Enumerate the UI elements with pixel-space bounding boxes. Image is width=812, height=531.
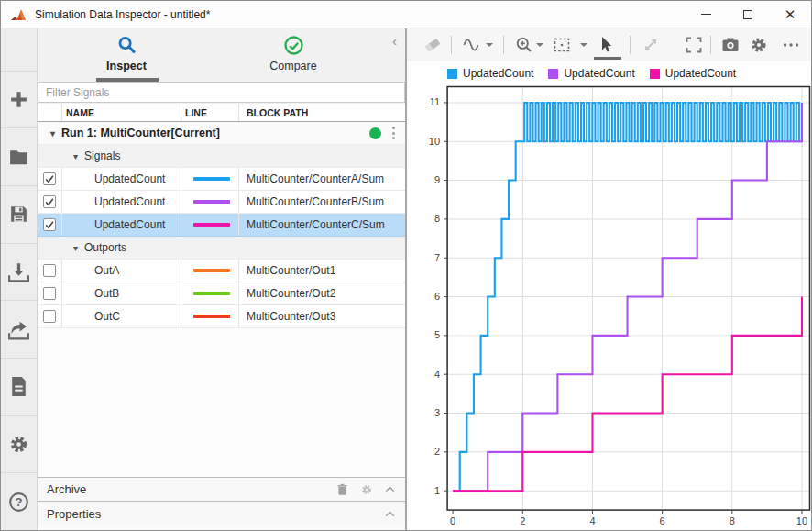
eraser-icon [422,35,443,55]
header-checkbox-column [38,104,61,121]
run-label: Run 1: MultiCounter[Current] [61,127,220,139]
trash-icon[interactable] [335,482,349,496]
toolbar-separator [710,36,711,54]
block-path: MultiCounter/Out3 [247,310,335,323]
svg-text:6: 6 [660,515,665,526]
cursor-arrow-icon [596,35,616,55]
more-options-button[interactable] [781,35,801,55]
filter-row [38,82,405,104]
signal-name: OutC [94,310,120,323]
svg-text:8: 8 [434,213,440,224]
signal-row[interactable]: OutAMultiCounter/Out1 [38,260,405,282]
zoom-in-icon [514,35,534,55]
expand-button[interactable] [641,35,661,55]
signal-style-button[interactable] [462,35,482,55]
legend-swatch-icon [447,69,457,79]
run-row[interactable]: ▾Run 1: MultiCounter[Current] [38,122,405,145]
toolbar-separator [503,36,504,54]
add-button[interactable] [1,71,37,128]
filter-signals-input[interactable] [38,82,405,103]
disclosure-triangle-icon[interactable]: ▾ [73,243,78,253]
signal-checkbox[interactable] [43,172,56,185]
chart-canvas[interactable]: 02468101234567891011 [407,85,811,530]
svg-text:0: 0 [450,515,455,526]
signal-checkbox[interactable] [43,264,56,277]
svg-text:3: 3 [434,407,440,418]
diagonal-arrows-icon [641,35,661,55]
chevron-down-icon[interactable] [486,43,493,47]
chevron-down-icon[interactable] [536,43,543,47]
legend-item[interactable]: UpdatedCount [447,67,533,80]
svg-text:2: 2 [520,515,525,526]
preferences-button[interactable] [1,415,37,473]
chevron-down-icon[interactable] [580,43,587,47]
ellipsis-icon [781,35,801,55]
properties-bar[interactable]: Properties [38,501,405,525]
signal-checkbox[interactable] [43,195,56,208]
chevron-up-icon[interactable] [384,483,396,495]
signal-name: UpdatedCount [94,218,165,231]
tab-inspect[interactable]: Inspect [43,28,210,82]
close-icon: ✕ [785,7,796,21]
cursor-select-button[interactable] [596,35,616,55]
panel-footer [38,525,405,530]
signal-checkbox[interactable] [43,218,56,231]
tab-compare-label: Compare [269,60,316,72]
disclosure-triangle-icon[interactable]: ▾ [73,151,78,161]
tab-compare[interactable]: Compare [210,28,377,82]
table-header: NAME LINE BLOCK PATH [38,104,405,122]
zoom-button[interactable] [514,35,534,55]
snapshot-button[interactable] [720,35,741,55]
svg-text:4: 4 [434,369,440,380]
signal-row[interactable]: OutBMultiCounter/Out2 [38,282,405,305]
chevron-up-icon[interactable] [384,508,396,520]
legend-label: UpdatedCount [665,67,736,80]
svg-text:7: 7 [434,252,440,263]
signal-checkbox[interactable] [43,310,56,323]
fit-to-view-button[interactable] [552,35,572,55]
svg-text:9: 9 [434,174,440,185]
disclosure-triangle-icon[interactable]: ▾ [50,128,55,138]
folder-icon [7,146,30,169]
check-icon [44,219,55,230]
close-button[interactable]: ✕ [769,1,811,28]
signal-row[interactable]: UpdatedCountMultiCounter/CounterC/Sum [38,214,405,237]
block-path: MultiCounter/CounterB/Sum [247,195,384,208]
export-button[interactable] [1,300,37,358]
svg-text:11: 11 [430,96,440,107]
matlab-logo-icon [10,7,27,22]
toolbar-separator [451,36,452,54]
import-button[interactable] [1,243,37,301]
group-label: Signals [84,149,120,162]
tab-inspect-label: Inspect [106,60,147,72]
create-report-button[interactable] [1,358,37,415]
document-icon [7,375,30,398]
archive-settings-gear-icon[interactable] [360,483,373,496]
camera-icon [720,35,741,55]
plus-icon [7,88,30,111]
active-tab-underline [96,78,159,82]
legend-item[interactable]: UpdatedCount [650,67,736,80]
signal-row[interactable]: UpdatedCountMultiCounter/CounterA/Sum [38,168,405,191]
help-button[interactable]: ? [1,472,37,530]
plot-settings-button[interactable] [749,35,769,55]
group-row[interactable]: ▾Signals [38,145,405,168]
fullscreen-button[interactable] [684,35,704,55]
open-button[interactable] [1,127,37,185]
save-button[interactable] [1,185,37,243]
eraser-button[interactable] [422,35,443,55]
maximize-button[interactable] [727,1,769,28]
legend-item[interactable]: UpdatedCount [548,67,634,80]
left-toolstrip: ? [1,28,38,530]
kebab-menu-icon[interactable] [392,127,395,139]
signal-row[interactable]: UpdatedCountMultiCounter/CounterB/Sum [38,191,405,214]
header-line: LINE [181,104,238,121]
line-swatch [193,200,230,204]
minimize-button[interactable] [685,1,727,28]
group-row[interactable]: ▾Outports [38,237,405,260]
archive-bar[interactable]: Archive [38,477,405,501]
signal-checkbox[interactable] [43,287,56,300]
signal-name: OutB [94,287,119,300]
collapse-panel-icon[interactable]: ‹ [392,34,397,48]
signal-row[interactable]: OutCMultiCounter/Out3 [38,305,405,328]
